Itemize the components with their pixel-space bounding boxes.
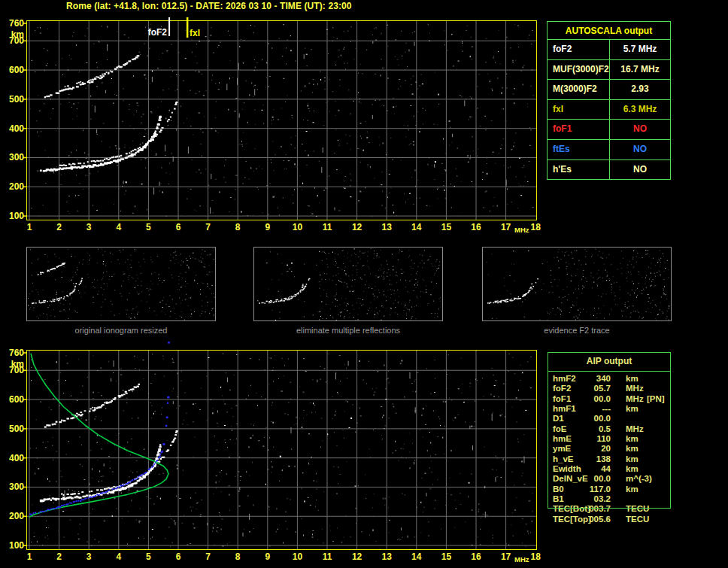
table-row: M(3000)F2 2.93 [548,79,670,99]
aip-header-divider [548,371,671,372]
table-row: TEC[Bot]003.7TECU [548,504,671,514]
table-row: h'Es NO [548,159,670,180]
x-axis-label-bottom: 16 [468,551,484,562]
process-plot-original [27,248,215,320]
table-row: TEC[Top]005.6TECU [548,515,671,524]
x-axis-label-top: 11 [319,222,335,232]
autoscala-table: AUTOSCALA output foF2 5.7 MHz MUF(3000)F… [547,21,671,180]
autoscala-row-value: NO [610,140,670,159]
x-axis-label-bottom: 18 [527,551,544,562]
x-axis-label-top: 4 [111,222,127,232]
aip-row-unit: MHz [626,424,644,433]
x-axis-unit-bottom: MHz [514,555,529,563]
y-axis-label-top: 100 [3,211,24,221]
autoscala-row-value: 6.3 MHz [610,100,670,120]
x-axis-label-top: 13 [378,222,395,232]
x-axis-label-top: 15 [438,222,454,232]
x-axis-label-bottom: 15 [438,551,454,562]
ionogram-bottom-panel [26,350,537,550]
ionogram-plot-top [27,21,536,220]
aip-row-unit: MHz [626,394,644,403]
aip-row-unit: km [626,374,639,383]
autoscala-row-label: foF2 [548,40,610,59]
table-row: hmF2340km [548,374,671,384]
aip-row-value: 20 [567,444,611,453]
x-axis-label-top: 1 [21,222,38,232]
aip-row-value: 00.0 [567,394,611,403]
aip-row-value: 005.6 [567,515,611,524]
aip-row-label: foE [553,424,567,433]
ionogram-top-panel [26,20,537,220]
x-axis-label-top: 12 [349,222,366,232]
table-row: D100.0 [548,414,671,424]
aip-row-unit: TECU [626,504,649,513]
aip-row-value: 340 [567,374,611,383]
foF2-marker-label: foF2 [141,27,167,38]
table-row: B103.2 [548,494,671,504]
y-axis-label-top: 400 [3,123,24,134]
table-row: foF100.0MHz[PN] [548,394,671,404]
y-axis-label-top: 300 [3,152,24,163]
aip-row-label: B1 [553,494,564,503]
process-panel-original [26,247,216,321]
x-axis-label-bottom: 13 [378,551,395,562]
aip-row-label: B0 [553,484,564,494]
x-axis-label-bottom: 10 [289,551,305,562]
x-axis-label-bottom: 8 [229,551,246,562]
aip-row-value: 00.0 [567,414,611,423]
x-axis-label-bottom: 6 [170,551,187,562]
autoscala-row-value: 16.7 MHz [610,60,670,80]
autoscala-row-label: foF1 [548,120,610,139]
x-axis-label-bottom: 1 [21,551,38,562]
aip-row-value: 05.7 [567,384,611,393]
table-row: fxI 6.3 MHz [548,99,670,120]
y-axis-label-bottom: 500 [3,424,24,434]
x-axis-label-bottom: 14 [408,551,425,562]
x-axis-label-bottom: 3 [80,551,97,562]
process-caption-eliminate-reflections: eliminate multiple reflections [253,326,443,335]
process-caption-evidence-f2: evidence F2 trace [482,326,672,335]
x-axis-label-top: 5 [140,222,156,232]
table-row: B0117.0km [548,484,671,494]
autoscala-row-value: 5.7 MHz [610,40,670,59]
x-axis-label-bottom: 2 [51,551,68,562]
x-axis-label-bottom: 12 [349,551,366,562]
autoscala-row-value: NO [610,160,670,180]
y-axis-label-top: 200 [3,181,24,192]
aip-row-unit: m^(-3) [626,474,652,483]
autoscala-row-label: ftEs [548,140,610,159]
x-axis-label-top: 6 [170,222,187,232]
x-axis-label-top: 9 [259,222,276,232]
table-row: DelN_vE00.0m^(-3) [548,474,671,484]
aip-row-unit: km [626,454,639,463]
aip-row-unit: TECU [626,515,649,524]
x-axis-label-top: 8 [229,222,246,232]
fxI-marker-label: fxI [190,28,200,38]
table-row: ftEs NO [548,139,670,159]
table-row: foF2 5.7 MHz [548,39,670,59]
y-axis-label-bottom: 200 [3,511,24,521]
y-axis-label-top: 760 [3,18,24,29]
table-row: Ewidth44km [548,464,671,474]
aip-row-label: D1 [553,414,564,423]
x-axis-label-top: 7 [200,222,217,232]
autoscala-row-label: M(3000)F2 [548,80,610,99]
aip-row-value: 110 [567,434,611,443]
ionogram-plot-bottom [27,351,536,549]
x-axis-label-bottom: 9 [259,551,276,562]
aip-row-value: 03.2 [567,494,611,503]
y-axis-label-bottom: 300 [3,481,24,492]
x-axis-label-top: 18 [527,222,544,232]
y-axis-label-top: 500 [3,94,24,105]
table-row: hmF1---km [548,404,671,414]
aip-row-unit: MHz [626,384,644,393]
table-row: ymE20km [548,444,671,454]
y-axis-label-bottom: 100 [3,540,24,551]
y-axis-label-bottom: 600 [3,394,24,405]
x-axis-label-top: 16 [468,222,484,232]
aip-row-value: 003.7 [567,504,611,513]
y-axis-label-top: 700 [3,35,24,46]
table-row: foF205.7MHz [548,384,671,393]
x-axis-label-top: 14 [408,222,425,232]
table-row: foF1 NO [548,119,670,139]
